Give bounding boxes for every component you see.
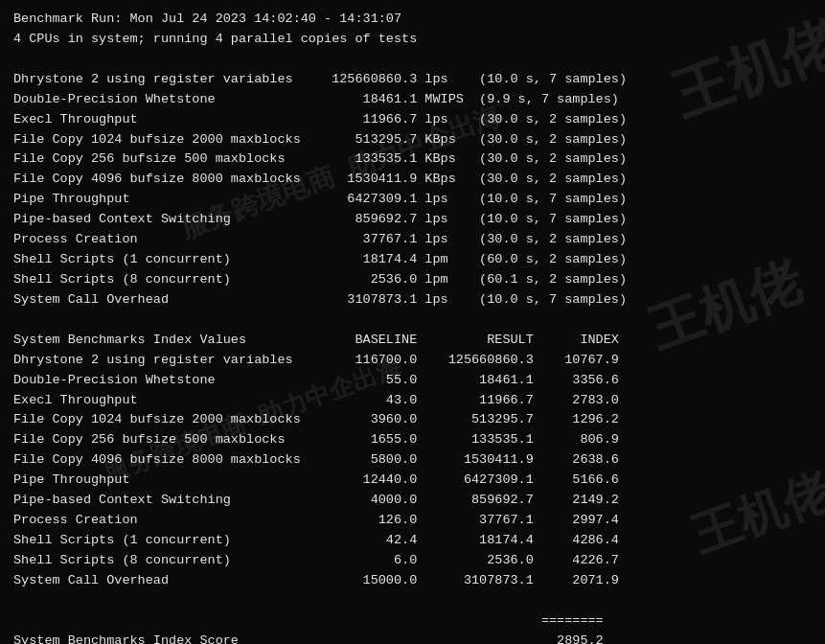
benchmark-text: Benchmark Run: Mon Jul 24 2023 14:02:40 … — [13, 10, 812, 644]
benchmark-output: Benchmark Run: Mon Jul 24 2023 14:02:40 … — [13, 10, 812, 644]
